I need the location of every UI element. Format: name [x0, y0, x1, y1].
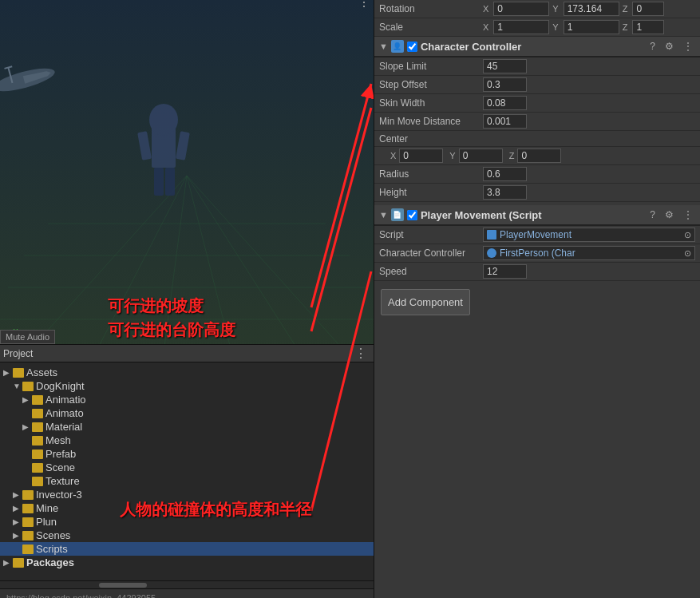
min-move-label: Min Move Distance: [379, 116, 483, 127]
center-z-input[interactable]: [517, 149, 561, 163]
script-row: Script PlayerMovement ⊙: [374, 226, 700, 244]
main-container: Persp: [0, 0, 700, 598]
cc-ref-row: Character Controller FirstPerson (Char ⊙: [374, 244, 700, 263]
scale-z-input[interactable]: [632, 20, 664, 34]
height-input[interactable]: [483, 185, 527, 200]
radius-input[interactable]: [483, 167, 527, 181]
rotation-y-input[interactable]: [564, 2, 619, 16]
tree-material[interactable]: ▶ Material: [0, 420, 374, 434]
cc-enabled-checkbox[interactable]: [407, 42, 417, 52]
mute-audio-button[interactable]: Mute Audio: [0, 330, 55, 344]
animato-folder-icon: [32, 409, 43, 418]
center-x-input[interactable]: [399, 149, 443, 163]
material-label: Material: [45, 421, 82, 433]
cc-help-icon[interactable]: ?: [647, 41, 658, 52]
project-panel: Project ⋮ ▶ Assets ▼ DogKnight: [0, 344, 374, 598]
add-component-button[interactable]: Add Component: [381, 289, 470, 315]
project-tree[interactable]: ▶ Assets ▼ DogKnight ▶ Animatio: [0, 362, 374, 580]
rotation-z-input[interactable]: [632, 2, 664, 16]
project-menu-icon[interactable]: ⋮: [351, 346, 370, 361]
invector-label: Invector-3: [36, 489, 82, 501]
scale-y-input[interactable]: [564, 20, 619, 34]
horizontal-scrollbar[interactable]: [0, 580, 374, 588]
cc-buttons: ? ⚙ ⋮: [647, 41, 695, 52]
dogknight-arrow: ▼: [13, 382, 22, 390]
player-movement-header[interactable]: ▼ 📄 Player Movement (Script ? ⚙ ⋮: [374, 205, 700, 226]
cc-expand-arrow[interactable]: ▼: [379, 42, 388, 51]
svg-rect-15: [165, 168, 175, 196]
mine-label: Mine: [36, 502, 58, 514]
tree-mine[interactable]: ▶ Mine: [0, 501, 374, 515]
step-offset-input[interactable]: [483, 77, 527, 92]
cc-menu-icon[interactable]: ⋮: [681, 41, 695, 52]
tree-animation[interactable]: ▶ Animatio: [0, 393, 374, 406]
mine-folder-icon: [22, 504, 34, 513]
rotation-y-label: Y: [552, 4, 558, 14]
center-y-label: Y: [449, 151, 455, 160]
assets-arrow: ▶: [3, 368, 13, 377]
controller-field[interactable]: FirstPerson (Char ⊙: [483, 246, 695, 260]
tree-invector[interactable]: ▶ Invector-3: [0, 488, 374, 501]
scale-x-label: X: [483, 22, 488, 32]
url-bar: https://blog.csdn.net/weixin_44293055: [0, 588, 374, 598]
min-move-row: Min Move Distance: [374, 113, 700, 131]
skin-width-label: Skin Width: [379, 97, 483, 109]
cc-icon: 👤: [391, 40, 404, 53]
svg-point-13: [149, 104, 178, 136]
prefab-folder-icon: [32, 449, 43, 459]
slope-limit-label: Slope Limit: [379, 61, 483, 72]
cc-settings-icon[interactable]: ⚙: [662, 41, 676, 52]
scrollbar-thumb[interactable]: [99, 583, 147, 588]
left-panel: Persp: [0, 0, 374, 598]
script-field[interactable]: PlayerMovement ⊙: [483, 228, 695, 242]
tree-assets[interactable]: ▶ Assets: [0, 366, 374, 379]
tree-scene[interactable]: Scene: [0, 461, 374, 474]
center-xyz-row: X Y Z: [374, 147, 700, 165]
speed-input[interactable]: [483, 264, 527, 279]
center-x-label: X: [390, 151, 396, 160]
script-value: PlayerMovement: [500, 229, 571, 240]
tree-scenes[interactable]: ▶ Scenes: [0, 529, 374, 542]
scene-view[interactable]: Persp: [0, 0, 374, 344]
packages-arrow: ▶: [3, 558, 13, 567]
controller-icon: [487, 248, 496, 258]
scripts-folder-icon: [22, 545, 34, 554]
step-offset-label: Step Offset: [379, 79, 483, 90]
scene-menu-icon[interactable]: ⋮: [354, 0, 374, 10]
step-offset-row: Step Offset: [374, 76, 700, 94]
slope-limit-input[interactable]: [483, 59, 527, 73]
url-text: https://blog.csdn.net/weixin_44293055: [6, 593, 156, 599]
assets-label: Assets: [26, 366, 57, 378]
rotation-label: Rotation: [379, 3, 483, 14]
skin-width-input[interactable]: [483, 96, 527, 110]
invector-folder-icon: [22, 490, 34, 500]
tree-texture[interactable]: Texture: [0, 474, 374, 488]
character-controller-header[interactable]: ▼ 👤 Character Controller ? ⚙ ⋮: [374, 37, 700, 57]
pm-menu-icon[interactable]: ⋮: [681, 209, 695, 220]
animation-arrow: ▶: [22, 395, 32, 404]
packages-folder-icon: [13, 558, 24, 568]
script-target-icon[interactable]: ⊙: [684, 230, 691, 240]
tree-packages[interactable]: ▶ Packages: [0, 556, 374, 569]
pm-enabled-checkbox[interactable]: [407, 210, 417, 220]
radius-row: Radius: [374, 165, 700, 184]
pm-help-icon[interactable]: ?: [647, 209, 658, 220]
rotation-x-input[interactable]: [493, 2, 549, 16]
scale-x-input[interactable]: [493, 20, 549, 34]
svg-rect-0: [0, 0, 374, 344]
tree-prefab[interactable]: Prefab: [0, 447, 374, 461]
assets-folder-icon: [13, 368, 24, 378]
controller-target-icon[interactable]: ⊙: [684, 248, 691, 259]
mine-arrow: ▶: [13, 504, 22, 513]
tree-plun[interactable]: ▶ Plun: [0, 515, 374, 529]
slope-limit-row: Slope Limit: [374, 57, 700, 76]
pm-settings-icon[interactable]: ⚙: [662, 209, 676, 220]
tree-mesh[interactable]: Mesh: [0, 434, 374, 447]
center-y-input[interactable]: [459, 149, 503, 163]
tree-dogknight[interactable]: ▼ DogKnight: [0, 379, 374, 393]
cc-title: Character Controller: [421, 41, 647, 53]
pm-expand-arrow[interactable]: ▼: [379, 210, 388, 220]
tree-animato[interactable]: Animato: [0, 406, 374, 420]
min-move-input[interactable]: [483, 114, 527, 129]
tree-scripts[interactable]: Scripts: [0, 542, 374, 556]
